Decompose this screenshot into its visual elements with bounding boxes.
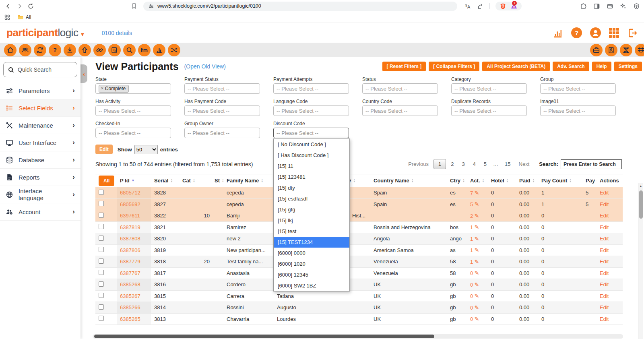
filter-has-payment-code-select[interactable]: -- Please Select -- <box>184 105 260 116</box>
filter-discount-code-select[interactable]: -- Please Select -- <box>273 128 349 138</box>
column-header-ctry[interactable]: Ctry▲▼ <box>447 178 467 184</box>
dropdown-option-6000-0000[interactable]: [6000] 0000 <box>274 248 349 258</box>
filter-payment-status-select[interactable]: -- Please Select -- <box>184 83 260 94</box>
filter-group-select[interactable]: -- Please Select -- <box>540 83 616 94</box>
filter-duplicate-records-select[interactable]: -- Please Select -- <box>451 105 527 116</box>
dropdown-option-6000-12345[interactable]: [6000] 12345 <box>274 269 349 280</box>
row-edit-link[interactable]: Edit <box>600 270 609 276</box>
chart-icon[interactable] <box>153 44 165 56</box>
filter-language-code-select[interactable]: -- Please Select -- <box>273 105 349 116</box>
vpn-shield-icon[interactable] <box>633 3 640 10</box>
dropdown-option-15-lkj[interactable]: [15] lkj <box>274 215 349 226</box>
edit-activity-icon[interactable]: ✎ <box>475 258 479 265</box>
row-checkbox[interactable] <box>99 213 104 218</box>
edit-activity-icon[interactable]: ✎ <box>475 316 479 322</box>
filter-has-activity-select[interactable]: -- Please Select -- <box>95 105 171 116</box>
filter-image01-select[interactable]: -- Please Select -- <box>540 105 616 116</box>
previous-page-button[interactable]: Previous <box>405 159 432 169</box>
column-header-act[interactable]: Act.▲▼ <box>467 178 488 184</box>
leo-ai-icon[interactable] <box>620 3 627 10</box>
dropdown-option-15-11[interactable]: [15] 11 <box>274 161 349 172</box>
bookmarks-folder-all[interactable]: All <box>17 14 31 21</box>
shuffle-icon[interactable] <box>168 44 180 56</box>
page-1[interactable]: 1 <box>433 159 446 169</box>
dropbox-icon[interactable] <box>635 44 644 56</box>
participant-id-link[interactable]: 6385266 <box>120 304 140 310</box>
remove-chip-icon[interactable]: × <box>101 86 103 91</box>
next-page-button[interactable]: Next <box>516 159 533 169</box>
participant-id-link[interactable]: 6805692 <box>120 201 140 207</box>
sidebar-collapse-toggle[interactable]: ‹ <box>80 64 87 83</box>
apps-grid-icon[interactable] <box>4 14 10 21</box>
apps-menu-icon[interactable] <box>609 28 619 38</box>
filter-checked-in-select[interactable]: -- Please Select -- <box>95 128 171 138</box>
user-profile-icon[interactable] <box>590 27 601 38</box>
row-checkbox[interactable] <box>99 201 104 206</box>
forward-icon[interactable] <box>15 2 23 10</box>
participant-id-link[interactable]: 6385268 <box>120 281 140 287</box>
bookmark-icon[interactable] <box>130 2 138 10</box>
bed-icon[interactable] <box>138 44 151 56</box>
vertical-scroll-thumb[interactable] <box>639 190 643 219</box>
dropdown-option-no-discount-code[interactable]: [ No Discount Code ] <box>274 139 349 150</box>
participant-id-link[interactable]: 6385265 <box>120 316 140 322</box>
select-all-button[interactable]: All <box>99 176 114 186</box>
download-icon[interactable] <box>64 44 76 56</box>
sidebar-item-maintenance[interactable]: Maintenance› <box>0 117 80 134</box>
extensions-icon[interactable] <box>580 3 587 10</box>
row-checkbox[interactable] <box>99 270 104 275</box>
filter-category-select[interactable]: -- Please Select -- <box>451 83 527 94</box>
row-edit-link[interactable]: Edit <box>600 213 609 219</box>
button-all-project-search-beta[interactable]: All Project Search (BETA) <box>482 62 550 71</box>
row-edit-link[interactable]: Edit <box>600 190 609 196</box>
participant-id-link[interactable]: 6387819 <box>120 224 140 230</box>
filter-group-owner-select[interactable]: -- Please Select -- <box>184 128 260 138</box>
participant-id-link[interactable]: 6385267 <box>120 293 140 299</box>
filter-country-code-select[interactable]: -- Please Select -- <box>362 105 438 116</box>
row-edit-link[interactable]: Edit <box>600 258 609 265</box>
column-header-actions[interactable]: Actions <box>597 178 623 184</box>
edit-button[interactable]: Edit <box>95 145 113 154</box>
upload-icon[interactable] <box>78 44 91 56</box>
question-icon[interactable]: ? <box>49 44 61 56</box>
zendesk-icon[interactable] <box>620 44 632 56</box>
site-settings-icon[interactable] <box>148 3 154 9</box>
column-header-pay-count[interactable]: Pay Count▲▼ <box>538 178 582 184</box>
column-header-country-name[interactable]: Country Name▲▼ <box>370 178 447 184</box>
participant-id-link[interactable]: 6387808 <box>120 236 140 242</box>
row-checkbox[interactable] <box>99 293 104 298</box>
button-settings[interactable]: Settings <box>614 62 642 71</box>
page-size-select[interactable]: 50 <box>134 145 158 154</box>
edit-activity-icon[interactable]: ✎ <box>475 213 479 219</box>
button-help[interactable]: Help <box>592 62 611 71</box>
logout-icon[interactable] <box>627 28 638 38</box>
dropdown-option-15-test[interactable]: [15] test <box>274 226 349 237</box>
column-header-family-name[interactable]: Family Name▲▼ <box>223 178 274 184</box>
quick-search-input[interactable] <box>18 66 66 73</box>
button-reset-filters[interactable]: [ Reset Filters ] <box>382 62 426 71</box>
dropdown-option-6000-1020[interactable]: [6000] 1020 <box>274 258 349 269</box>
edit-activity-icon[interactable]: ✎ <box>475 236 479 242</box>
app-logo[interactable]: participantlogic▼ <box>6 27 85 39</box>
participant-id-link[interactable]: 6387779 <box>120 258 140 265</box>
edit-activity-icon[interactable]: ✎ <box>475 190 479 196</box>
sidebar-item-account[interactable]: Account› <box>0 203 80 221</box>
row-checkbox[interactable] <box>99 304 104 310</box>
sidebar-item-user-interface[interactable]: User Interface› <box>0 134 80 151</box>
dropdown-option-15-gfg[interactable]: [15] gfg <box>274 204 349 215</box>
link-icon[interactable] <box>93 44 106 56</box>
participant-id-link[interactable]: 6387767 <box>120 270 140 276</box>
contact-card-icon[interactable] <box>605 44 617 56</box>
scroll-up-icon[interactable]: ▲ <box>638 183 643 188</box>
column-header-paid[interactable]: Paid▲▼ <box>516 178 538 184</box>
row-edit-link[interactable]: Edit <box>600 224 609 230</box>
button-adv-search[interactable]: Adv. Search <box>553 62 589 71</box>
brave-rewards-icon[interactable]: 1 <box>510 2 518 10</box>
open-old-view-link[interactable]: (Open Old View) <box>184 63 226 70</box>
page-2[interactable]: 2 <box>448 159 457 169</box>
row-checkbox[interactable] <box>99 281 104 287</box>
column-header-pay-c[interactable]: Pay C <box>582 178 597 184</box>
quick-search[interactable] <box>3 62 77 77</box>
edit-activity-icon[interactable]: ✎ <box>475 201 479 207</box>
participant-id-link[interactable]: 6805712 <box>120 190 140 196</box>
